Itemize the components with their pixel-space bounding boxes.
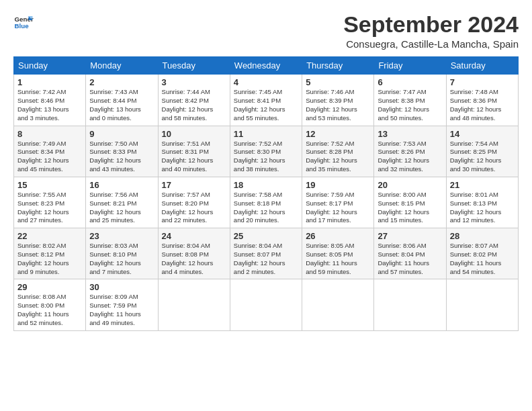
table-row: 17Sunrise: 7:57 AM Sunset: 8:20 PM Dayli…: [158, 177, 230, 228]
table-row: 28Sunrise: 8:07 AM Sunset: 8:02 PM Dayli…: [446, 228, 518, 279]
day-number: 21: [450, 180, 515, 190]
table-row: 8Sunrise: 7:49 AM Sunset: 8:34 PM Daylig…: [14, 126, 86, 177]
table-row: 11Sunrise: 7:52 AM Sunset: 8:30 PM Dayli…: [230, 126, 302, 177]
table-row: 18Sunrise: 7:58 AM Sunset: 8:18 PM Dayli…: [230, 177, 302, 228]
day-info: Sunrise: 8:06 AM Sunset: 8:04 PM Dayligh…: [378, 242, 442, 276]
table-row: 27Sunrise: 8:06 AM Sunset: 8:04 PM Dayli…: [374, 228, 446, 279]
table-row: 6Sunrise: 7:47 AM Sunset: 8:38 PM Daylig…: [374, 75, 446, 126]
table-row: 15Sunrise: 7:55 AM Sunset: 8:23 PM Dayli…: [14, 177, 86, 228]
table-row: 16Sunrise: 7:56 AM Sunset: 8:21 PM Dayli…: [86, 177, 158, 228]
day-info: Sunrise: 7:56 AM Sunset: 8:21 PM Dayligh…: [89, 191, 154, 225]
col-monday: Monday: [86, 57, 158, 75]
day-number: 22: [17, 231, 82, 241]
col-wednesday: Wednesday: [230, 57, 302, 75]
day-number: 10: [162, 129, 226, 139]
table-row: 9Sunrise: 7:50 AM Sunset: 8:33 PM Daylig…: [86, 126, 158, 177]
day-number: 18: [234, 180, 298, 190]
day-info: Sunrise: 7:48 AM Sunset: 8:36 PM Dayligh…: [450, 88, 515, 122]
col-tuesday: Tuesday: [158, 57, 230, 75]
svg-text:Blue: Blue: [15, 22, 30, 30]
day-info: Sunrise: 8:08 AM Sunset: 8:00 PM Dayligh…: [17, 293, 82, 327]
day-info: Sunrise: 8:09 AM Sunset: 7:59 PM Dayligh…: [89, 293, 154, 327]
day-info: Sunrise: 7:45 AM Sunset: 8:41 PM Dayligh…: [234, 88, 298, 122]
col-saturday: Saturday: [446, 57, 518, 75]
day-info: Sunrise: 8:04 AM Sunset: 8:08 PM Dayligh…: [162, 242, 226, 276]
table-row: [230, 279, 302, 330]
day-number: 14: [450, 129, 515, 139]
logo: General Blue: [13, 12, 34, 32]
calendar-week-2: 15Sunrise: 7:55 AM Sunset: 8:23 PM Dayli…: [14, 177, 519, 228]
day-info: Sunrise: 7:59 AM Sunset: 8:17 PM Dayligh…: [306, 191, 370, 225]
day-number: 25: [234, 231, 298, 241]
day-number: 13: [378, 129, 442, 139]
table-row: 12Sunrise: 7:52 AM Sunset: 8:28 PM Dayli…: [302, 126, 374, 177]
day-number: 6: [378, 77, 442, 87]
col-friday: Friday: [374, 57, 446, 75]
day-number: 9: [89, 129, 154, 139]
day-info: Sunrise: 8:00 AM Sunset: 8:15 PM Dayligh…: [378, 191, 442, 225]
day-number: 7: [450, 77, 515, 87]
table-row: 21Sunrise: 8:01 AM Sunset: 8:13 PM Dayli…: [446, 177, 518, 228]
day-number: 29: [17, 282, 82, 292]
day-number: 8: [17, 129, 82, 139]
calendar-week-0: 1Sunrise: 7:42 AM Sunset: 8:46 PM Daylig…: [14, 75, 519, 126]
location-title: Consuegra, Castille-La Mancha, Spain: [343, 38, 519, 50]
day-number: 12: [306, 129, 370, 139]
day-info: Sunrise: 8:02 AM Sunset: 8:12 PM Dayligh…: [17, 242, 82, 276]
day-info: Sunrise: 7:53 AM Sunset: 8:26 PM Dayligh…: [378, 140, 442, 174]
day-info: Sunrise: 7:57 AM Sunset: 8:20 PM Dayligh…: [162, 191, 226, 225]
day-info: Sunrise: 7:42 AM Sunset: 8:46 PM Dayligh…: [17, 88, 82, 122]
day-number: 1: [17, 77, 82, 87]
table-row: 2Sunrise: 7:43 AM Sunset: 8:44 PM Daylig…: [86, 75, 158, 126]
day-info: Sunrise: 7:43 AM Sunset: 8:44 PM Dayligh…: [89, 88, 154, 122]
day-info: Sunrise: 7:46 AM Sunset: 8:39 PM Dayligh…: [306, 88, 370, 122]
day-number: 19: [306, 180, 370, 190]
day-info: Sunrise: 7:54 AM Sunset: 8:25 PM Dayligh…: [450, 140, 515, 174]
table-row: 30Sunrise: 8:09 AM Sunset: 7:59 PM Dayli…: [86, 279, 158, 330]
day-number: 3: [162, 77, 226, 87]
day-number: 11: [234, 129, 298, 139]
day-info: Sunrise: 8:07 AM Sunset: 8:02 PM Dayligh…: [450, 242, 515, 276]
table-row: [158, 279, 230, 330]
table-row: [302, 279, 374, 330]
day-number: 4: [234, 77, 298, 87]
table-row: 29Sunrise: 8:08 AM Sunset: 8:00 PM Dayli…: [14, 279, 86, 330]
day-number: 15: [17, 180, 82, 190]
day-info: Sunrise: 7:49 AM Sunset: 8:34 PM Dayligh…: [17, 140, 82, 174]
day-info: Sunrise: 7:55 AM Sunset: 8:23 PM Dayligh…: [17, 191, 82, 225]
table-row: 14Sunrise: 7:54 AM Sunset: 8:25 PM Dayli…: [446, 126, 518, 177]
col-thursday: Thursday: [302, 57, 374, 75]
table-row: 3Sunrise: 7:44 AM Sunset: 8:42 PM Daylig…: [158, 75, 230, 126]
day-info: Sunrise: 8:04 AM Sunset: 8:07 PM Dayligh…: [234, 242, 298, 276]
table-row: 22Sunrise: 8:02 AM Sunset: 8:12 PM Dayli…: [14, 228, 86, 279]
table-row: 20Sunrise: 8:00 AM Sunset: 8:15 PM Dayli…: [374, 177, 446, 228]
day-info: Sunrise: 7:44 AM Sunset: 8:42 PM Dayligh…: [162, 88, 226, 122]
title-area: September 2024 Consuegra, Castille-La Ma…: [343, 12, 519, 50]
day-number: 5: [306, 77, 370, 87]
day-info: Sunrise: 7:51 AM Sunset: 8:31 PM Dayligh…: [162, 140, 226, 174]
day-info: Sunrise: 7:50 AM Sunset: 8:33 PM Dayligh…: [89, 140, 154, 174]
logo-icon: General Blue: [13, 12, 34, 32]
page: General Blue September 2024 Consuegra, C…: [0, 0, 532, 411]
day-number: 2: [89, 77, 154, 87]
day-info: Sunrise: 8:01 AM Sunset: 8:13 PM Dayligh…: [450, 191, 515, 225]
table-row: 1Sunrise: 7:42 AM Sunset: 8:46 PM Daylig…: [14, 75, 86, 126]
day-number: 24: [162, 231, 226, 241]
day-number: 28: [450, 231, 515, 241]
day-info: Sunrise: 7:52 AM Sunset: 8:28 PM Dayligh…: [306, 140, 370, 174]
table-row: 23Sunrise: 8:03 AM Sunset: 8:10 PM Dayli…: [86, 228, 158, 279]
calendar-table: Sunday Monday Tuesday Wednesday Thursday…: [13, 56, 519, 330]
table-row: 13Sunrise: 7:53 AM Sunset: 8:26 PM Dayli…: [374, 126, 446, 177]
calendar-week-4: 29Sunrise: 8:08 AM Sunset: 8:00 PM Dayli…: [14, 279, 519, 330]
day-number: 16: [89, 180, 154, 190]
table-row: 24Sunrise: 8:04 AM Sunset: 8:08 PM Dayli…: [158, 228, 230, 279]
day-number: 23: [89, 231, 154, 241]
table-row: 5Sunrise: 7:46 AM Sunset: 8:39 PM Daylig…: [302, 75, 374, 126]
day-info: Sunrise: 8:03 AM Sunset: 8:10 PM Dayligh…: [89, 242, 154, 276]
table-row: 4Sunrise: 7:45 AM Sunset: 8:41 PM Daylig…: [230, 75, 302, 126]
table-row: 25Sunrise: 8:04 AM Sunset: 8:07 PM Dayli…: [230, 228, 302, 279]
table-row: 7Sunrise: 7:48 AM Sunset: 8:36 PM Daylig…: [446, 75, 518, 126]
header-row: Sunday Monday Tuesday Wednesday Thursday…: [14, 57, 519, 75]
day-info: Sunrise: 7:52 AM Sunset: 8:30 PM Dayligh…: [234, 140, 298, 174]
table-row: [374, 279, 446, 330]
